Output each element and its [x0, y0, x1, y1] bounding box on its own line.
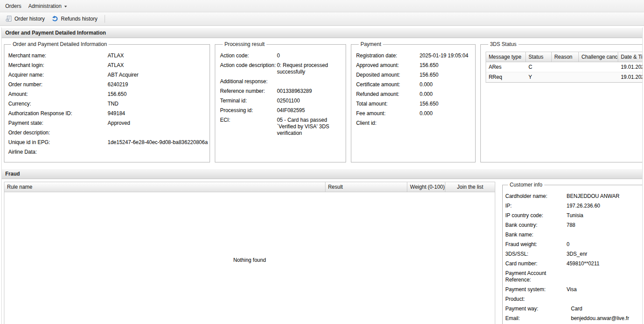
field-label: Processing id: — [220, 107, 277, 114]
field-label: Merchant name: — [8, 53, 108, 59]
field-value — [108, 130, 208, 136]
field-row: Acquirer name:ABT Acquirer — [8, 72, 208, 78]
field-row: Reference number:001338963289 — [220, 88, 344, 95]
field-row: 3DS/SSL:3DS_enr — [505, 251, 642, 257]
field-value — [567, 232, 642, 238]
field-row: Order description: — [8, 130, 208, 136]
column-header-status[interactable]: Status — [526, 52, 552, 62]
field-label: Cardholder name: — [505, 193, 567, 200]
threeds-status-legend: 3DS Status — [488, 41, 518, 47]
refunds-history-button[interactable]: Refunds history — [49, 14, 100, 24]
field-value: 6240219 — [108, 81, 208, 88]
order-history-label: Order history — [14, 16, 45, 22]
field-label: Currency: — [8, 101, 108, 107]
cell-challenge-cancel — [579, 72, 618, 82]
field-label: Product: — [505, 296, 567, 303]
threeds-table-row[interactable]: ARes C 19.01.2025 — [486, 62, 642, 72]
column-header-challenge-cancel[interactable]: Challenge cancel — [579, 52, 618, 62]
field-label: IP: — [505, 203, 567, 209]
cell-status: C — [526, 62, 552, 72]
field-label: Email: — [505, 315, 567, 322]
field-value: 0 — [567, 241, 642, 248]
threeds-table-header: Message type Status Reason Challenge can… — [486, 52, 642, 62]
cell-reason — [552, 72, 579, 82]
field-label: Refunded amount: — [356, 91, 420, 98]
field-value: 04IF082595 — [277, 107, 344, 114]
column-header-result[interactable]: Result — [326, 182, 408, 192]
field-value — [420, 120, 473, 127]
field-value: 0 — [277, 53, 344, 59]
field-row: Approved amount:156.650 — [356, 62, 473, 69]
order-info-fieldset: Order and Payment Detailed Information M… — [4, 41, 210, 162]
field-row: Payment system:Visa — [505, 286, 642, 293]
field-value: 949184 — [108, 110, 208, 117]
field-row: Payment state:Approved — [8, 120, 208, 127]
threeds-table: Message type Status Reason Challenge can… — [486, 52, 642, 83]
field-row: Fee amount:0.000 — [356, 110, 473, 117]
field-label: Payment Account Reference: — [505, 270, 567, 283]
menu-orders[interactable]: Orders — [2, 1, 25, 11]
field-value: 3DS_enr — [567, 251, 642, 257]
field-row: Client id: — [356, 120, 473, 127]
column-header-date-time[interactable]: Date & Time — [618, 52, 642, 62]
field-value: ATLAX — [108, 53, 208, 59]
field-row: ECI:05 - Card has passed `Verified by VI… — [220, 117, 344, 137]
field-value: 05 - Card has passed `Verified by VISA' … — [277, 117, 344, 137]
column-header-join-the-list[interactable]: Join the list — [445, 182, 495, 192]
column-header-message-type[interactable]: Message type — [486, 52, 526, 62]
fraud-table-body: Nothing found — [4, 192, 495, 324]
field-label: Deposited amount: — [356, 72, 420, 78]
toolbar: Order history Refunds history — [0, 12, 644, 26]
menu-administration[interactable]: Administration — [25, 1, 70, 11]
menu-administration-label: Administration — [28, 3, 62, 9]
field-row: Authorization Response ID:949184 — [8, 110, 208, 117]
refunds-history-icon — [52, 15, 59, 22]
field-label: Total amount: — [356, 101, 420, 107]
column-header-weight[interactable]: Weight (0-100) — [407, 182, 445, 192]
order-info-legend: Order and Payment Detailed Information — [11, 41, 108, 47]
field-label: Additional response: — [220, 78, 277, 85]
field-row: Refunded amount:0.000 — [356, 91, 473, 98]
field-value: Approved — [108, 120, 208, 127]
field-row: Payment Account Reference: — [505, 270, 642, 283]
field-row: Deposited amount:156.650 — [356, 72, 473, 78]
field-label: Airline Data: — [8, 149, 108, 155]
field-row: Product: — [505, 296, 642, 303]
cell-challenge-cancel — [579, 62, 618, 72]
field-label: Registration date: — [356, 53, 420, 59]
menu-bar: Orders Administration — [0, 0, 644, 12]
field-label: Bank name: — [505, 232, 567, 238]
field-label: Amount: — [8, 91, 108, 98]
threeds-table-row[interactable]: RReq Y 19.01.2025 — [486, 72, 642, 82]
field-value: ATLAX — [108, 62, 208, 69]
column-header-rule-name[interactable]: Rule name — [4, 182, 326, 192]
cell-message-type: RReq — [486, 72, 526, 82]
field-label: Certificate amount: — [356, 81, 420, 88]
field-value: 156.650 — [420, 72, 473, 78]
toolbar-separator — [105, 15, 105, 23]
field-value: 156.650 — [420, 101, 473, 107]
column-header-reason[interactable]: Reason — [552, 52, 579, 62]
field-row: Action code description:0: Request proce… — [220, 62, 344, 75]
refunds-history-label: Refunds history — [61, 16, 97, 22]
field-row: Bank country:788 — [505, 222, 642, 229]
processing-result-legend: Processing result — [223, 41, 266, 47]
detail-fieldsets-row: Order and Payment Detailed Information M… — [2, 38, 642, 169]
fraud-table: Rule name Result Weight (0-100) Join the… — [4, 182, 495, 324]
payment-legend: Payment — [359, 41, 383, 47]
field-row: Fraud weight:0 — [505, 241, 642, 248]
field-label: Acquirer name: — [8, 72, 108, 78]
field-label: IP country code: — [505, 212, 567, 219]
order-history-button[interactable]: Order history — [3, 14, 47, 24]
field-value: 0.000 — [420, 91, 473, 98]
field-value: 2025-01-19 19:05:04 — [420, 53, 473, 59]
order-history-icon — [5, 15, 12, 22]
field-row: Merchant name:ATLAX — [8, 53, 208, 59]
field-label: ECI: — [220, 117, 277, 137]
field-label: Fraud weight: — [505, 241, 567, 248]
field-label: Payment way: — [505, 306, 567, 312]
main-panel: Order and Payment Detailed Information O… — [1, 28, 643, 324]
field-value: BENJEDDOU ANWAR — [567, 193, 642, 200]
field-row: Amount:156.650 — [8, 91, 208, 98]
field-row: Email:benjeddou.anwar@live.fr — [505, 315, 642, 322]
